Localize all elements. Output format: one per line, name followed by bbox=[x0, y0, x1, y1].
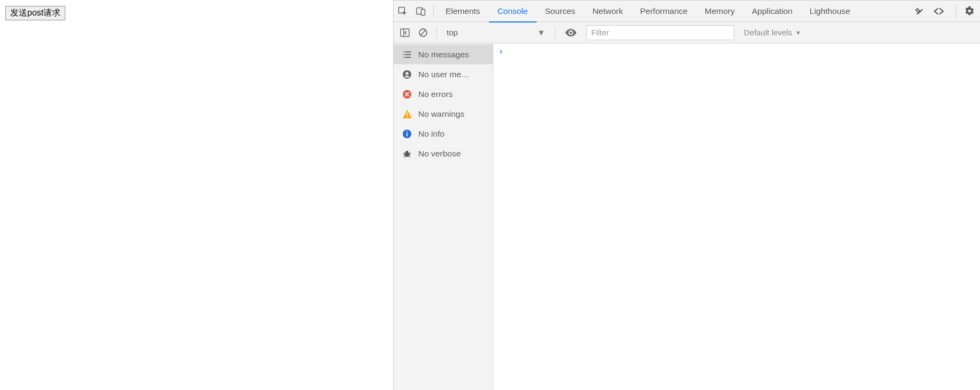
chevron-down-icon: ▼ bbox=[795, 29, 801, 36]
bug-icon bbox=[402, 149, 412, 158]
settings-gear-icon[interactable] bbox=[959, 1, 980, 22]
console-filter-input[interactable] bbox=[586, 25, 734, 40]
sidebar-row-info[interactable]: No info bbox=[394, 124, 493, 144]
toolbar-divider bbox=[436, 27, 437, 39]
overflow-menu-icon[interactable] bbox=[933, 8, 953, 15]
tab-elements[interactable]: Elements bbox=[437, 1, 489, 22]
sidebar-row-user[interactable]: No user me… bbox=[394, 64, 493, 84]
svg-point-10 bbox=[403, 54, 404, 55]
log-levels-select[interactable]: Default levels ▼ bbox=[744, 28, 801, 37]
tab-memory[interactable]: Memory bbox=[696, 1, 743, 22]
info-icon bbox=[402, 130, 412, 138]
console-prompt-icon: › bbox=[499, 47, 503, 56]
more-tabs-icon[interactable] bbox=[914, 8, 933, 14]
svg-rect-21 bbox=[406, 131, 408, 132]
console-log-area[interactable]: › bbox=[493, 43, 980, 390]
devtools-tabbar: Elements Console Sources Network Perform… bbox=[394, 1, 980, 22]
execution-context-select[interactable]: top ▼ bbox=[442, 26, 549, 40]
tabbar-divider bbox=[433, 5, 434, 17]
svg-point-12 bbox=[403, 57, 404, 58]
tab-console[interactable]: Console bbox=[489, 1, 537, 22]
sidebar-row-messages[interactable]: No messages bbox=[394, 44, 493, 64]
tabbar-divider-right bbox=[956, 4, 956, 18]
inspect-element-icon[interactable] bbox=[394, 1, 412, 22]
svg-rect-17 bbox=[406, 112, 408, 116]
tab-lighthouse[interactable]: Lighthouse bbox=[801, 1, 859, 22]
sidebar-label: No messages bbox=[418, 50, 469, 59]
sidebar-label: No user me… bbox=[418, 70, 470, 79]
tab-network[interactable]: Network bbox=[584, 1, 631, 22]
toolbar-divider-2 bbox=[555, 27, 555, 39]
live-expression-icon[interactable] bbox=[563, 25, 579, 41]
clear-console-icon[interactable] bbox=[415, 25, 431, 41]
sidebar-label: No info bbox=[418, 129, 444, 139]
svg-point-7 bbox=[570, 31, 572, 34]
svg-rect-2 bbox=[421, 9, 425, 15]
svg-rect-20 bbox=[406, 133, 408, 136]
sidebar-row-warnings[interactable]: No warnings bbox=[394, 104, 493, 124]
context-label: top bbox=[447, 28, 458, 37]
send-post-request-button[interactable]: 发送post请求 bbox=[5, 6, 65, 20]
devtools-panel: Elements Console Sources Network Perform… bbox=[394, 0, 980, 390]
sidebar-row-verbose[interactable]: No verbose bbox=[394, 144, 493, 163]
sidebar-row-errors[interactable]: No errors bbox=[394, 84, 493, 104]
tab-sources[interactable]: Sources bbox=[537, 1, 584, 22]
list-icon bbox=[402, 51, 412, 58]
sidebar-label: No warnings bbox=[418, 109, 464, 119]
svg-point-15 bbox=[405, 72, 408, 74]
warning-icon bbox=[402, 110, 412, 118]
svg-point-8 bbox=[403, 51, 404, 52]
toggle-sidebar-icon[interactable] bbox=[397, 25, 413, 41]
tab-performance[interactable]: Performance bbox=[631, 1, 696, 22]
device-toolbar-icon[interactable] bbox=[412, 1, 430, 22]
error-icon bbox=[402, 90, 412, 99]
svg-rect-23 bbox=[406, 151, 409, 152]
console-toolbar: top ▼ Default levels ▼ bbox=[394, 22, 980, 43]
sidebar-label: No verbose bbox=[418, 149, 461, 159]
levels-label: Default levels bbox=[744, 28, 792, 37]
user-icon bbox=[402, 70, 412, 79]
console-body: No messages No user me… No errors bbox=[394, 43, 980, 390]
console-sidebar: No messages No user me… No errors bbox=[394, 43, 493, 390]
page-viewport: 发送post请求 bbox=[0, 0, 394, 390]
tab-application[interactable]: Application bbox=[743, 1, 801, 22]
svg-line-6 bbox=[420, 30, 426, 35]
svg-rect-18 bbox=[406, 116, 408, 117]
chevron-down-icon: ▼ bbox=[537, 28, 545, 37]
sidebar-label: No errors bbox=[418, 89, 453, 99]
